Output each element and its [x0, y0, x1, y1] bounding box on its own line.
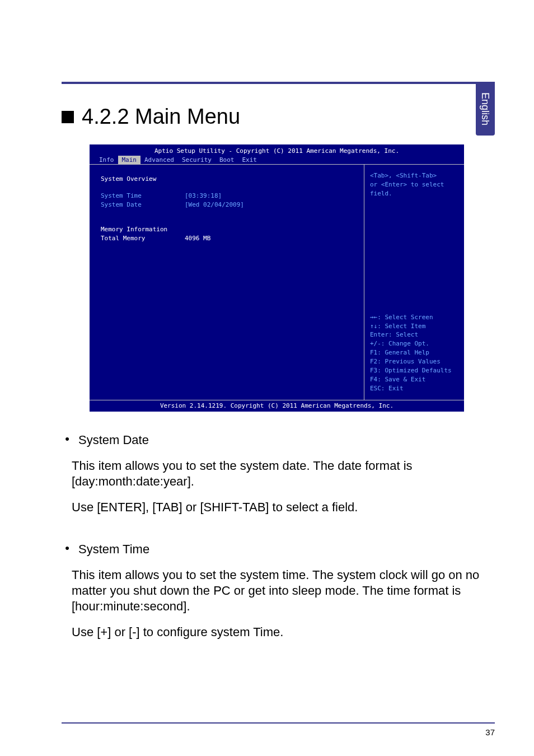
bios-title: Aptio Setup Utility - Copyright (C) 2011… — [90, 144, 464, 156]
bullet-dot-icon: • — [62, 432, 73, 448]
bios-row-systime: System Time [03:39:18] — [101, 192, 353, 200]
bios-row-totalmem: Total Memory 4096 MB — [101, 234, 353, 243]
footer-rule — [62, 722, 495, 724]
section-heading: 4.2.2 Main Menu — [62, 105, 240, 129]
bios-tab-boot: Boot — [216, 156, 238, 164]
item-title-1: System Time — [78, 542, 149, 557]
bios-systime-label: System Time — [101, 192, 185, 200]
bios-tab-main: Main — [118, 156, 141, 164]
bios-sysdate-label: System Date — [101, 200, 185, 209]
bios-meminfo-title: Memory Information — [101, 225, 353, 234]
bios-help-top: <Tab>, <Shift-Tab> or <Enter> to select … — [370, 171, 458, 198]
list-item: • System Date — [62, 432, 495, 448]
bios-overview-title: System Overview — [101, 175, 353, 184]
bios-totalmem-label: Total Memory — [101, 234, 185, 243]
bios-screenshot: Aptio Setup Utility - Copyright (C) 2011… — [90, 144, 464, 412]
bios-totalmem-value: 4096 MB — [185, 234, 210, 243]
bios-row-sysdate: System Date [Wed 02/04/2009] — [101, 200, 353, 209]
side-language-label: English — [480, 92, 491, 125]
bios-help-panel: <Tab>, <Shift-Tab> or <Enter> to select … — [364, 165, 464, 400]
bios-main-panel: System Overview System Time [03:39:18] S… — [90, 165, 364, 400]
side-language-tab: English — [476, 82, 495, 136]
list-item: • System Time — [62, 542, 495, 557]
bios-systime-value: [03:39:18] — [185, 192, 222, 200]
bullet-dot-icon: • — [62, 542, 73, 557]
item-para: This item allows you to set the system d… — [72, 458, 495, 489]
section-heading-text: 4.2.2 Main Menu — [82, 105, 240, 129]
bios-tab-bar: Info Main Advanced Security Boot Exit — [90, 156, 464, 165]
item-desc-1: This item allows you to set the system t… — [72, 567, 495, 641]
bios-help-keys: →←: Select Screen ↑↓: Select Item Enter:… — [370, 313, 458, 393]
bios-tab-exit: Exit — [238, 156, 261, 164]
bios-tab-info: Info — [95, 156, 118, 164]
item-desc-0: This item allows you to set the system d… — [72, 458, 495, 515]
header-rule — [62, 82, 495, 84]
item-title-0: System Date — [78, 432, 149, 448]
bios-tab-security: Security — [178, 156, 216, 164]
bios-body: System Overview System Time [03:39:18] S… — [90, 165, 464, 400]
body-content: • System Date This item allows you to se… — [62, 432, 495, 652]
item-para: Use [ENTER], [TAB] or [SHIFT-TAB] to sel… — [72, 500, 495, 515]
item-para: This item allows you to set the system t… — [72, 567, 495, 614]
bios-tab-advanced: Advanced — [140, 156, 178, 164]
item-para: Use [+] or [-] to configure system Time. — [72, 624, 495, 640]
bios-footer: Version 2.14.1219. Copyright (C) 2011 Am… — [90, 400, 464, 412]
bios-sysdate-value: [Wed 02/04/2009] — [185, 200, 244, 209]
page-number: 37 — [485, 727, 495, 737]
square-bullet-icon — [62, 111, 74, 123]
